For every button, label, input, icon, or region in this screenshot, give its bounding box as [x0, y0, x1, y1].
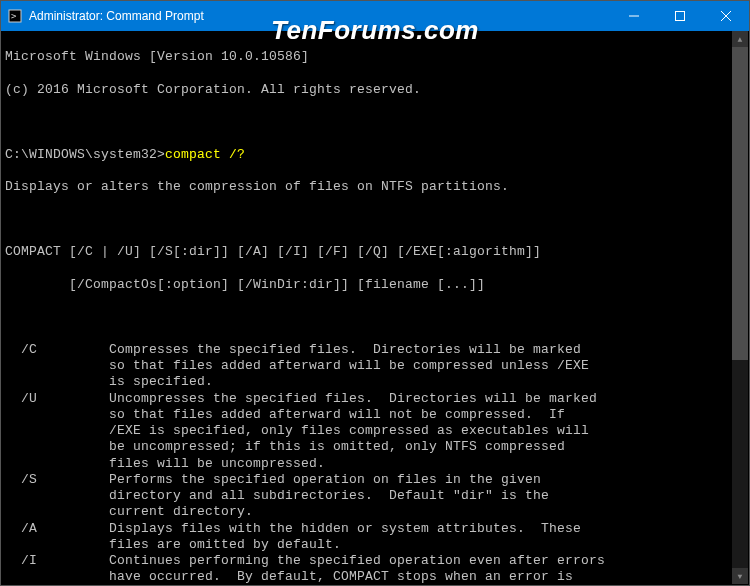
- scroll-track[interactable]: [732, 47, 748, 568]
- blank-line: [5, 114, 745, 130]
- vertical-scrollbar[interactable]: ▲ ▼: [732, 31, 748, 584]
- cmd-icon: >: [7, 8, 23, 24]
- scroll-down-button[interactable]: ▼: [732, 568, 748, 584]
- window-title: Administrator: Command Prompt: [29, 9, 204, 23]
- option-line: have occurred. By default, COMPACT stops…: [5, 569, 745, 585]
- option-line: /U Uncompresses the specified files. Dir…: [5, 391, 745, 407]
- option-line: /EXE is specified, only files compressed…: [5, 423, 745, 439]
- option-line: directory and all subdirectories. Defaul…: [5, 488, 745, 504]
- command-text: compact /?: [165, 147, 245, 162]
- maximize-button[interactable]: [657, 1, 703, 31]
- syntax-line: COMPACT [/C | /U] [/S[:dir]] [/A] [/I] […: [5, 244, 745, 260]
- terminal-output[interactable]: Microsoft Windows [Version 10.0.10586] (…: [1, 31, 749, 585]
- close-button[interactable]: [703, 1, 749, 31]
- option-line: files are omitted by default.: [5, 537, 745, 553]
- scroll-up-button[interactable]: ▲: [732, 31, 748, 47]
- os-version-line: Microsoft Windows [Version 10.0.10586]: [5, 49, 745, 65]
- window-titlebar: > Administrator: Command Prompt: [1, 1, 749, 31]
- copyright-line: (c) 2016 Microsoft Corporation. All righ…: [5, 82, 745, 98]
- description-line: Displays or alters the compression of fi…: [5, 179, 745, 195]
- prompt-line: C:\WINDOWS\system32>compact /?: [5, 147, 745, 163]
- syntax-line: [/CompactOs[:option] [/WinDir:dir]] [fil…: [5, 277, 745, 293]
- prompt-path: C:\WINDOWS\system32>: [5, 147, 165, 162]
- option-line: /C Compresses the specified files. Direc…: [5, 342, 745, 358]
- option-line: so that files added afterward will be co…: [5, 358, 745, 374]
- option-line: so that files added afterward will not b…: [5, 407, 745, 423]
- scroll-thumb[interactable]: [732, 47, 748, 360]
- option-line: be uncompressed; if this is omitted, onl…: [5, 439, 745, 455]
- options-list: /C Compresses the specified files. Direc…: [5, 342, 745, 585]
- minimize-button[interactable]: [611, 1, 657, 31]
- option-line: /S Performs the specified operation on f…: [5, 472, 745, 488]
- option-line: /I Continues performing the specified op…: [5, 553, 745, 569]
- blank-line: [5, 212, 745, 228]
- svg-text:>: >: [11, 11, 17, 21]
- blank-line: [5, 309, 745, 325]
- svg-rect-3: [676, 12, 685, 21]
- option-line: /A Displays files with the hidden or sys…: [5, 521, 745, 537]
- option-line: files will be uncompressed.: [5, 456, 745, 472]
- window-controls: [611, 1, 749, 31]
- option-line: is specified.: [5, 374, 745, 390]
- option-line: current directory.: [5, 504, 745, 520]
